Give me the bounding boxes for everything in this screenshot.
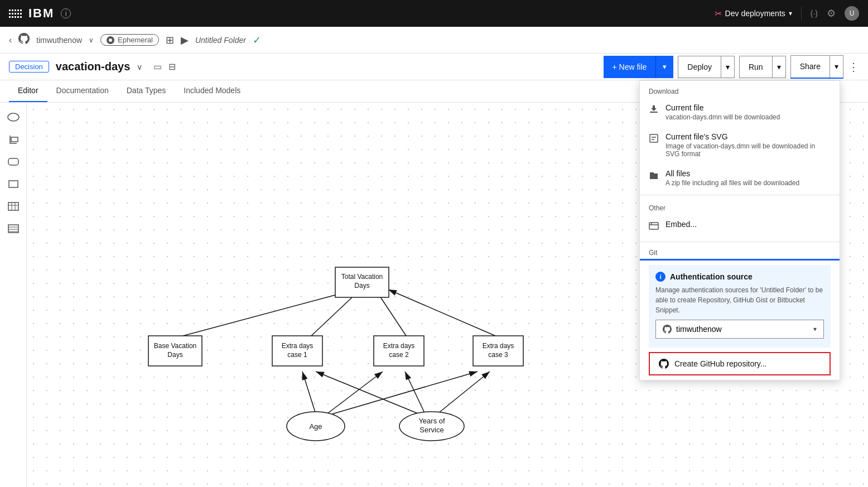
deploy-button[interactable]: Deploy: [678, 56, 721, 78]
svg-rect-2: [8, 158, 18, 165]
all-files-desc: A zip file including all files will be d…: [666, 179, 799, 187]
all-files-icon: [649, 170, 659, 183]
github-icon: [18, 33, 30, 47]
svg-text:Extra days: Extra days: [383, 342, 415, 350]
svg-rect-44: [650, 134, 658, 142]
deploy-button-group: Deploy ▾: [678, 56, 735, 78]
all-files-item[interactable]: All files A zip file including all files…: [640, 163, 840, 192]
current-file-icon: [649, 104, 659, 117]
back-button[interactable]: ‹: [9, 35, 12, 45]
auth-source-box: i Authentication source Manage authentic…: [649, 265, 831, 348]
ephemeral-badge[interactable]: Ephemeral: [100, 34, 159, 46]
svg-text:case 1: case 1: [287, 351, 307, 359]
divider-2: [640, 242, 840, 242]
info-icon[interactable]: i: [61, 8, 71, 18]
settings-icon[interactable]: ⚙: [827, 7, 836, 20]
embed-icon: [649, 221, 659, 234]
rounded-rect-tool[interactable]: [3, 152, 23, 172]
dev-deployments-button[interactable]: ✂ Dev deployments ▾: [715, 8, 792, 19]
filename-chevron[interactable]: ∨: [137, 62, 142, 71]
breadcrumb-chevron[interactable]: ∨: [89, 36, 94, 44]
monitor-icon[interactable]: ▭: [153, 61, 162, 72]
run-button-group: Run ▾: [739, 56, 786, 78]
svg-text:Days: Days: [167, 351, 182, 359]
svg-rect-4: [8, 202, 18, 210]
download-section-label: Download: [640, 81, 840, 98]
git-divider-accent: [640, 259, 840, 261]
list-tool[interactable]: [3, 219, 23, 239]
ibm-logo[interactable]: IBM: [9, 6, 54, 21]
signal-icon[interactable]: (·): [811, 9, 818, 18]
svg-text:Total Vacation: Total Vacation: [341, 273, 383, 281]
svg-point-0: [8, 113, 19, 121]
tab-data-types[interactable]: Data Types: [118, 80, 175, 102]
svg-line-20: [316, 372, 419, 414]
print-icon[interactable]: ⊟: [168, 61, 176, 72]
svg-text:Years of: Years of: [418, 417, 445, 425]
share-button[interactable]: Share: [790, 55, 830, 78]
auth-source-desc: Manage authentication sources for 'Untit…: [655, 285, 824, 315]
grid-icon[interactable]: ⊞: [166, 34, 174, 46]
run-dropdown[interactable]: ▾: [773, 56, 786, 78]
tab-included-models[interactable]: Included Models: [175, 80, 249, 102]
user-link[interactable]: timwuthenow: [36, 36, 82, 45]
all-files-title: All files: [666, 169, 799, 178]
svg-text:Extra days: Extra days: [282, 342, 314, 350]
new-file-button[interactable]: + New file: [604, 56, 656, 78]
current-file-title: Current file: [666, 103, 780, 112]
user-icon[interactable]: U: [845, 6, 859, 21]
current-file-desc: vacation-days.dmn will be downloaded: [666, 113, 780, 121]
oval-tool[interactable]: [3, 107, 23, 127]
svg-text:Service: Service: [419, 426, 443, 434]
embed-title: Embed...: [666, 220, 697, 229]
more-options-icon[interactable]: ⋮: [848, 60, 859, 74]
svg-icon: [649, 133, 659, 146]
embed-item[interactable]: Embed...: [640, 214, 840, 239]
svg-text:Base Vacation: Base Vacation: [154, 342, 197, 350]
divider-1: [640, 195, 840, 195]
svg-text:case 3: case 3: [488, 351, 508, 359]
svg-rect-43: [650, 112, 658, 113]
svg-line-21: [405, 372, 425, 414]
svg-line-22: [437, 372, 490, 414]
svg-desc: Image of vacation-days.dmn will be downl…: [666, 142, 831, 158]
dropdown-menu: Download Current file vacation-days.dmn …: [639, 80, 840, 380]
ibm-text: IBM: [28, 6, 54, 21]
tab-editor[interactable]: Editor: [9, 80, 47, 102]
run-button[interactable]: Run: [739, 56, 773, 78]
tab-documentation[interactable]: Documentation: [47, 80, 118, 102]
svg-text:Days: Days: [354, 282, 369, 290]
svg-text:case 2: case 2: [389, 351, 409, 359]
new-file-button-group: + New file ▾: [604, 56, 674, 78]
deploy-dropdown[interactable]: ▾: [721, 56, 735, 78]
left-sidebar: [0, 103, 27, 487]
svg-rect-1: [11, 137, 18, 142]
check-icon: ✓: [253, 34, 261, 46]
share-button-group: Share ▾: [790, 55, 843, 79]
create-github-button[interactable]: Create GitHub repository...: [649, 352, 831, 375]
current-file-item[interactable]: Current file vacation-days.dmn will be d…: [640, 98, 840, 127]
svg-text:Age: Age: [309, 422, 322, 431]
git-section-label: Git: [640, 244, 840, 259]
svg-line-17: [302, 372, 316, 414]
svg-title: Current file's SVG: [666, 132, 831, 141]
svg-rect-45: [649, 223, 658, 229]
github-user-select[interactable]: timwuthenow ▾: [655, 320, 824, 339]
decision-table-tool[interactable]: [3, 196, 23, 216]
folder-name: Untitled Folder: [195, 36, 246, 45]
toolbar: Decision vacation-days ∨ ▭ ⊟ + New file …: [0, 54, 868, 80]
select-chevron: ▾: [813, 325, 817, 333]
svg-rect-3: [9, 181, 18, 187]
auth-source-title: i Authentication source: [655, 272, 824, 282]
decision-badge: Decision: [9, 61, 49, 73]
folder-icon: ▶: [181, 34, 189, 46]
svg-text:Extra days: Extra days: [483, 342, 514, 350]
rect-tool[interactable]: [3, 174, 23, 194]
svg-line-13: [183, 290, 356, 336]
file-name: vacation-days: [56, 60, 130, 73]
annotation-tool[interactable]: [3, 129, 23, 150]
share-dropdown[interactable]: ▾: [830, 55, 843, 78]
new-file-dropdown[interactable]: ▾: [655, 56, 673, 78]
breadcrumb-bar: ‹ timwuthenow ∨ Ephemeral ⊞ ▶ Untitled F…: [0, 27, 868, 54]
svg-item[interactable]: Current file's SVG Image of vacation-day…: [640, 127, 840, 163]
